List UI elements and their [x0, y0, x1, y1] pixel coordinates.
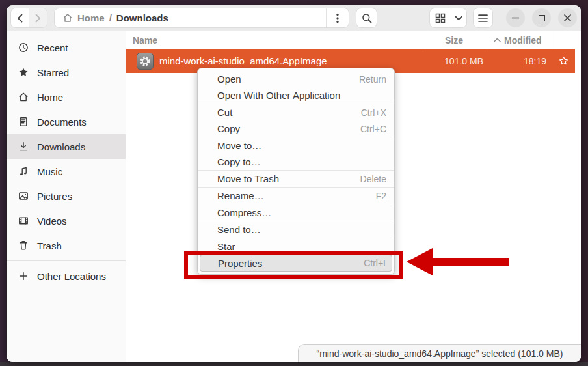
menu-item-move-to[interactable]: Move to…: [198, 137, 394, 154]
minimize-icon: [512, 17, 519, 19]
context-menu: OpenReturnOpen With Other ApplicationCut…: [197, 68, 395, 275]
gear-icon: [139, 55, 151, 67]
sidebar-item-label: Starred: [37, 67, 69, 78]
clock-icon: [18, 42, 29, 53]
sidebar-item-music[interactable]: Music: [7, 159, 126, 184]
sidebar-item-home[interactable]: Home: [7, 85, 126, 109]
file-name: mind-work-ai-studio_amd64.AppImage: [159, 55, 327, 66]
menu-item-label: Copy to…: [217, 156, 386, 167]
menu-item-shortcut: Return: [359, 74, 386, 85]
picture-icon: [18, 191, 29, 202]
maximize-button[interactable]: [532, 8, 551, 27]
menu-item-label: Move to Trash: [217, 173, 360, 184]
chevron-down-icon: [455, 16, 462, 21]
menu-item-send-to[interactable]: Send to…: [198, 221, 394, 238]
menu-item-compress[interactable]: Compress…: [198, 204, 394, 221]
breadcrumb-separator: /: [109, 12, 112, 23]
chevron-right-icon: [35, 14, 41, 23]
menu-item-shortcut: Ctrl+C: [360, 124, 386, 134]
maximize-icon: [539, 15, 545, 21]
sidebar-item-documents[interactable]: Documents: [7, 109, 126, 134]
menu-item-cut[interactable]: CutCtrl+X: [198, 104, 394, 120]
column-header-size[interactable]: Size: [423, 31, 488, 49]
menu-item-move-to-trash[interactable]: Move to TrashDelete: [198, 171, 394, 187]
column-header-star: [552, 31, 581, 49]
sidebar-item-label: Home: [37, 92, 63, 103]
path-options-button[interactable]: [326, 8, 349, 27]
sidebar-item-label: Trash: [37, 240, 62, 251]
close-button[interactable]: [558, 8, 577, 27]
menu-item-open-with-other-application[interactable]: Open With Other Application: [198, 87, 394, 104]
menu-item-label: Cut: [217, 107, 361, 118]
kebab-menu-icon: [336, 13, 339, 23]
grid-view-button[interactable]: [430, 8, 451, 27]
appimage-file-icon: [137, 53, 154, 70]
minimize-button[interactable]: [506, 8, 525, 27]
sidebar-item-videos[interactable]: Videos: [7, 208, 126, 233]
sidebar-item-label: Documents: [37, 117, 87, 128]
music-note-icon: [18, 166, 29, 177]
menu-item-properties[interactable]: PropertiesCtrl+I: [200, 255, 392, 272]
column-header-modified[interactable]: Modified: [488, 31, 552, 49]
menu-item-shortcut: Delete: [360, 174, 386, 184]
search-button[interactable]: [356, 8, 377, 28]
sidebar-item-label: Downloads: [37, 141, 85, 152]
menu-item-copy-to[interactable]: Copy to…: [198, 154, 394, 170]
forward-button[interactable]: [29, 8, 47, 27]
menu-item-copy[interactable]: CopyCtrl+C: [198, 120, 394, 137]
breadcrumb-home[interactable]: Home: [77, 12, 105, 23]
sidebar-item-pictures[interactable]: Pictures: [7, 184, 126, 208]
breadcrumb-current[interactable]: Downloads: [116, 12, 168, 23]
star-icon: [18, 67, 29, 78]
sidebar-item-label: Pictures: [37, 191, 72, 202]
nav-button-group: [10, 8, 47, 28]
view-switcher: [429, 8, 467, 28]
sidebar-item-label: Music: [37, 166, 62, 177]
plus-icon: [18, 271, 29, 282]
menu-item-star[interactable]: Star: [198, 238, 394, 255]
close-icon: [564, 14, 571, 21]
sidebar-item-other-locations[interactable]: Other Locations: [7, 264, 126, 289]
sort-ascending-icon: [494, 38, 501, 42]
back-button[interactable]: [11, 8, 29, 27]
chevron-left-icon: [17, 14, 23, 23]
sidebar-item-label: Other Locations: [37, 271, 106, 282]
menu-item-label: Open With Other Application: [217, 90, 386, 101]
home-icon: [62, 13, 73, 23]
hamburger-menu-button[interactable]: [473, 8, 493, 28]
status-bar: “mind-work-ai-studio_amd64.AppImage” sel…: [298, 344, 581, 362]
menu-item-label: Open: [217, 74, 359, 85]
file-manager-window: Home / Downloads: [7, 5, 581, 362]
film-icon: [18, 216, 29, 227]
sidebar-item-label: Recent: [37, 42, 68, 53]
home-icon: [18, 92, 29, 103]
menu-item-label: Copy: [217, 123, 360, 134]
menu-item-label: Compress…: [217, 207, 386, 218]
menu-item-label: Star: [217, 241, 386, 252]
menu-item-label: Send to…: [217, 224, 386, 235]
trash-icon: [18, 240, 29, 251]
star-outline-icon: [559, 56, 568, 66]
star-toggle-button[interactable]: [552, 56, 575, 66]
menu-item-label: Properties: [218, 258, 364, 269]
search-icon: [362, 13, 372, 23]
menu-item-rename[interactable]: Rename…F2: [198, 188, 394, 204]
menu-item-label: Move to…: [217, 140, 386, 151]
path-bar[interactable]: Home / Downloads: [54, 8, 349, 28]
file-size: 101.0 MB: [423, 56, 488, 66]
column-header-name[interactable]: Name: [126, 31, 423, 49]
menu-item-open[interactable]: OpenReturn: [198, 71, 394, 87]
sidebar-item-downloads[interactable]: Downloads: [7, 134, 126, 159]
download-icon: [18, 141, 29, 152]
dock-strip: [0, 362, 588, 366]
file-modified-time: 18:19: [488, 56, 552, 66]
menu-item-shortcut: Ctrl+X: [361, 107, 386, 118]
sidebar-separator: [7, 260, 126, 261]
sidebar-item-label: Videos: [37, 216, 67, 227]
view-options-button[interactable]: [451, 8, 466, 27]
sidebar-item-recent[interactable]: Recent: [7, 35, 126, 60]
sidebar-item-trash[interactable]: Trash: [7, 233, 126, 258]
menu-item-shortcut: Ctrl+I: [364, 258, 386, 268]
sidebar-item-starred[interactable]: Starred: [7, 60, 126, 85]
list-header: Name Size Modified: [126, 31, 581, 49]
